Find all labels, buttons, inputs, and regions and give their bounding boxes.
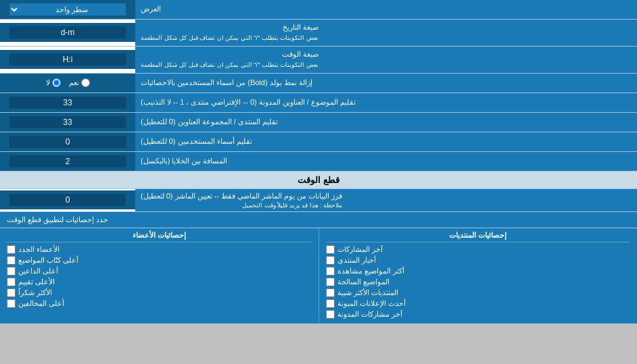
- checkbox-forum-news: أخبار المنتدى: [326, 256, 631, 265]
- checkbox-old-topics-input[interactable]: [326, 278, 335, 286]
- cell-spacing-label: المسافة بين الخلايا (بالبكسل): [135, 152, 637, 171]
- date-format-label: صيغة التاريخبعض التكوينات يتطلب "/" التي…: [135, 20, 637, 46]
- forum-stats-title: إحصائيات المنتديات: [326, 231, 631, 242]
- forum-header-trim-label: تقليم المنتدى / المجموعة العناوين (0 للت…: [135, 113, 637, 132]
- bold-yes-radio[interactable]: [81, 78, 90, 87]
- bold-remove-label: إزالة نمط بولد (Bold) من اسماء المستخدمي…: [135, 74, 637, 93]
- bold-remove-row: إزالة نمط بولد (Bold) من اسماء المستخدمي…: [0, 74, 637, 93]
- time-format-label: صيغة الوقتبعض التكوينات يتطلب "/" التي ي…: [135, 47, 637, 73]
- checkbox-latest-shared-input[interactable]: [326, 310, 335, 319]
- checkbox-latest-shared: آخر مشاركات المدونة: [326, 310, 631, 319]
- subject-trim-input[interactable]: [9, 97, 126, 109]
- time-cut-section-header: قطع الوقت: [0, 172, 637, 189]
- checkbox-top-posters: أعلى كتّاب المواضيع: [7, 256, 312, 265]
- time-format-input-container: [0, 50, 135, 69]
- apply-label-row: حدد إحصائيات لتطبيق قطع الوقت: [0, 212, 637, 228]
- checkbox-top-authors: أعلى الداعين: [7, 267, 312, 276]
- checkbox-most-thanked: الأكثر شكراً: [7, 288, 312, 297]
- date-format-row: صيغة التاريخبعض التكوينات يتطلب "/" التي…: [0, 20, 637, 47]
- main-container: العرض سطر واحد سطرين ثلاثة أسطر صيغة الت…: [0, 0, 637, 324]
- forum-stats-column: إحصائيات المنتديات آخر المشاركات أخبار ا…: [318, 228, 638, 323]
- title-row: العرض سطر واحد سطرين ثلاثة أسطر: [0, 0, 637, 20]
- bold-remove-options: نعم لا: [0, 74, 135, 93]
- checkbox-top-posters-input[interactable]: [7, 256, 16, 265]
- time-cut-label: فرز البيانات من يوم الماشر الماضي فقط --…: [135, 189, 637, 211]
- checkbox-top-rated: الأعلى تقييم: [7, 278, 312, 286]
- checkbox-most-viewed-input[interactable]: [326, 267, 335, 276]
- member-stats-title: إحصائيات الأعضاء: [7, 231, 312, 242]
- bold-yes-label[interactable]: نعم: [69, 78, 90, 87]
- cell-spacing-input[interactable]: [9, 155, 126, 167]
- username-trim-input-container: [0, 132, 135, 151]
- checkbox-last-posts: آخر المشاركات: [326, 245, 631, 254]
- page-title-label: العرض: [135, 0, 637, 19]
- checkbox-forum-news-input[interactable]: [326, 256, 335, 265]
- checkbox-similar-forums: المنتديات الأكثر شبية: [326, 288, 631, 297]
- checkbox-new-members-input[interactable]: [7, 245, 16, 254]
- date-format-input[interactable]: [9, 26, 126, 38]
- time-format-input[interactable]: [9, 53, 126, 66]
- checkbox-top-rated-input[interactable]: [7, 278, 16, 286]
- username-trim-label: تقليم أسماء المستخدمين (0 للتعطيل): [135, 132, 637, 151]
- subject-trim-row: تقليم الموضوع / العناوين المدونة (0 -- ا…: [0, 93, 637, 113]
- bold-no-label[interactable]: لا: [46, 78, 61, 87]
- username-trim-row: تقليم أسماء المستخدمين (0 للتعطيل): [0, 132, 637, 152]
- display-dropdown[interactable]: سطر واحد سطرين ثلاثة أسطر: [9, 3, 126, 16]
- username-trim-input[interactable]: [9, 136, 126, 148]
- checkbox-most-thanked-input[interactable]: [7, 288, 16, 297]
- checkbox-most-viewed: أكثر المواضيع مشاهدة: [326, 267, 631, 276]
- display-dropdown-container: سطر واحد سطرين ثلاثة أسطر: [0, 0, 135, 19]
- checkboxes-grid: إحصائيات المنتديات آخر المشاركات أخبار ا…: [0, 228, 637, 324]
- checkbox-new-members: الأعضاء الجدد: [7, 245, 312, 254]
- checkbox-top-authors-input[interactable]: [7, 267, 16, 276]
- date-format-input-container: [0, 23, 135, 42]
- checkbox-latest-announcements: أحدث الإعلانات المبونة: [326, 299, 631, 308]
- subject-trim-input-container: [0, 93, 135, 112]
- time-cut-row: فرز البيانات من يوم الماشر الماضي فقط --…: [0, 189, 637, 212]
- checkbox-latest-announcements-input[interactable]: [326, 299, 335, 308]
- bold-no-radio[interactable]: [52, 78, 61, 87]
- forum-header-trim-input-container: [0, 113, 135, 132]
- checkbox-old-topics: المواضيع السالحة: [326, 278, 631, 286]
- checkbox-last-posts-input[interactable]: [326, 245, 335, 254]
- checkbox-top-referrers-input[interactable]: [7, 299, 16, 308]
- checkbox-top-referrers: أعلى المخالفين: [7, 299, 312, 308]
- time-cut-input-container: [0, 190, 135, 209]
- checkbox-similar-forums-input[interactable]: [326, 288, 335, 297]
- forum-header-trim-row: تقليم المنتدى / المجموعة العناوين (0 للت…: [0, 113, 637, 132]
- forum-header-trim-input[interactable]: [9, 116, 126, 128]
- time-cut-input[interactable]: [9, 194, 126, 206]
- member-stats-column: إحصائيات الأعضاء الأعضاء الجدد أعلى كتّا…: [0, 228, 318, 323]
- subject-trim-label: تقليم الموضوع / العناوين المدونة (0 -- ا…: [135, 93, 637, 112]
- cell-spacing-input-container: [0, 152, 135, 171]
- time-format-row: صيغة الوقتبعض التكوينات يتطلب "/" التي ي…: [0, 47, 637, 74]
- cell-spacing-row: المسافة بين الخلايا (بالبكسل): [0, 152, 637, 172]
